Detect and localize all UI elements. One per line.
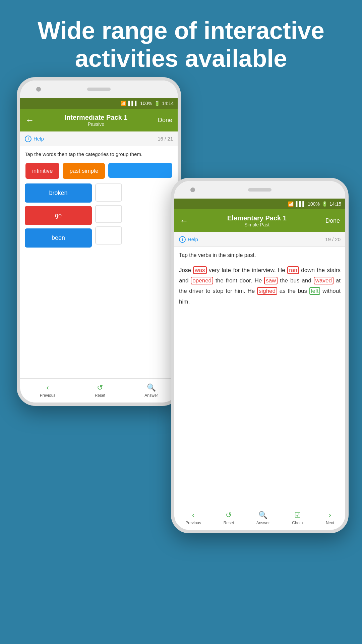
highlight-opened[interactable]: opened bbox=[191, 277, 213, 284]
phones-area: 📶 ▌▌▌ 100% 🔋 14:14 ← Intermediate Pack 1… bbox=[0, 74, 362, 637]
phone-1-previous-icon: ‹ bbox=[46, 383, 49, 392]
phone-1-cell-3 bbox=[95, 226, 122, 245]
phone-1-reset-icon: ↺ bbox=[97, 383, 103, 392]
phone-1-words-left: broken go been bbox=[25, 183, 92, 247]
highlight-waved[interactable]: waved bbox=[314, 277, 334, 284]
phone-1-category-infinitive[interactable]: infinitive bbox=[25, 163, 59, 179]
phone-2-back-button[interactable]: ← bbox=[180, 216, 188, 226]
phone-1-help-label: Help bbox=[34, 136, 44, 142]
phone-1-app-subtitle: Passive bbox=[88, 121, 104, 127]
phone-2-app-subtitle: Simple Past bbox=[244, 222, 269, 227]
phone-1-nav-reset[interactable]: ↺ Reset bbox=[95, 383, 105, 398]
phone-2-next-label: Next bbox=[326, 521, 334, 525]
phone-1-content: Tap the words then tap the categories to… bbox=[20, 146, 178, 252]
phone-2-nav-next[interactable]: › Next bbox=[326, 511, 334, 525]
phone-1-word-go[interactable]: go bbox=[25, 206, 92, 225]
phone-2-help-progress: 19 / 20 bbox=[325, 236, 341, 242]
phone-2-app-title: Elementary Pack 1 bbox=[227, 214, 287, 222]
phone-2-previous-icon: ‹ bbox=[192, 511, 194, 520]
phone-1-help-progress: 16 / 21 bbox=[158, 136, 173, 142]
phone-1-status-bar: 📶 ▌▌▌ 100% 🔋 14:14 bbox=[20, 98, 178, 109]
phone-1-cell-1 bbox=[95, 183, 122, 202]
phone-2-next-icon: › bbox=[329, 511, 331, 520]
phone-2-answer-label: Answer bbox=[256, 521, 270, 525]
phone-2-nav-check[interactable]: ☑ Check bbox=[292, 511, 303, 525]
phone-1-help-left[interactable]: i Help bbox=[25, 136, 44, 142]
phone-2-top-bar bbox=[174, 181, 345, 199]
phone-2-check-label: Check bbox=[292, 521, 303, 525]
phone-1-time: 14:14 bbox=[162, 101, 174, 106]
phone-2-answer-icon: 🔍 bbox=[258, 511, 267, 520]
phone-1-battery: 100% bbox=[140, 101, 152, 106]
phone-1-answer-label: Answer bbox=[144, 393, 158, 398]
phone-2-previous-label: Previous bbox=[185, 521, 201, 525]
phone-2-reset-label: Reset bbox=[224, 521, 234, 525]
phone-1-bottom-nav: ‹ Previous ↺ Reset 🔍 Answer bbox=[20, 378, 178, 402]
phone-1-speaker bbox=[87, 88, 111, 91]
phone-1-reset-label: Reset bbox=[95, 393, 105, 398]
phone-2-nav-answer[interactable]: 🔍 Answer bbox=[256, 511, 270, 525]
phone-2-signal-icon: ▌▌▌ bbox=[296, 201, 306, 207]
phone-1-category-past-simple[interactable]: past simple bbox=[63, 163, 105, 179]
phone-1-done-button[interactable]: Done bbox=[158, 117, 172, 124]
phone-2-instruction: Tap the verbs in the simple past. bbox=[179, 251, 341, 260]
phone-2-nav-previous[interactable]: ‹ Previous bbox=[185, 511, 201, 525]
phone-2-titles: Elementary Pack 1 Simple Past bbox=[192, 214, 321, 227]
phone-1-top-bar bbox=[20, 80, 178, 98]
highlight-ran[interactable]: ran bbox=[287, 266, 299, 274]
phone-1-app-bar: ← Intermediate Pack 1 Passive Done bbox=[20, 109, 178, 131]
phone-1-cell-2 bbox=[95, 205, 122, 223]
phone-2: 📶 ▌▌▌ 100% 🔋 14:15 ← Elementary Pack 1 S… bbox=[171, 178, 349, 533]
phone-2-check-icon: ☑ bbox=[294, 511, 301, 520]
phone-1-battery-icon: 🔋 bbox=[154, 101, 160, 106]
phone-2-bottom-nav: ‹ Previous ↺ Reset 🔍 Answer ☑ Check › bbox=[174, 506, 345, 530]
highlight-was[interactable]: was bbox=[193, 266, 206, 274]
phone-1-instruction: Tap the words then tap the categories to… bbox=[25, 150, 173, 158]
highlight-left[interactable]: left bbox=[309, 287, 320, 295]
phone-1-nav-answer[interactable]: 🔍 Answer bbox=[144, 383, 158, 398]
phone-1: 📶 ▌▌▌ 100% 🔋 14:14 ← Intermediate Pack 1… bbox=[17, 77, 181, 406]
phone-1-app-title: Intermediate Pack 1 bbox=[65, 114, 128, 121]
phone-2-camera bbox=[190, 187, 195, 192]
phone-2-wifi-icon: 📶 bbox=[288, 201, 294, 207]
phone-2-battery-icon: 🔋 bbox=[322, 201, 327, 207]
phone-1-back-button[interactable]: ← bbox=[25, 115, 34, 125]
phone-1-signal-icon: ▌▌▌ bbox=[128, 101, 138, 106]
phone-1-word-been[interactable]: been bbox=[25, 228, 92, 248]
phone-2-nav-reset[interactable]: ↺ Reset bbox=[224, 511, 234, 525]
phone-2-help-left[interactable]: i Help bbox=[179, 236, 198, 243]
highlight-sighed[interactable]: sighed bbox=[257, 287, 277, 295]
phone-2-done-button[interactable]: Done bbox=[325, 217, 340, 224]
phone-1-camera bbox=[36, 87, 41, 92]
phone-1-titles: Intermediate Pack 1 Passive bbox=[38, 114, 154, 127]
phone-1-wifi-icon: 📶 bbox=[120, 101, 126, 106]
phone-1-cells-right bbox=[95, 183, 122, 247]
phone-1-help-bar: i Help 16 / 21 bbox=[20, 131, 178, 146]
phone-1-word-broken[interactable]: broken bbox=[25, 183, 92, 203]
phone-1-categories: infinitive past simple bbox=[25, 163, 173, 179]
phone-1-nav-previous[interactable]: ‹ Previous bbox=[40, 383, 56, 398]
phone-2-reset-icon: ↺ bbox=[226, 511, 232, 520]
phone-1-previous-label: Previous bbox=[40, 393, 56, 398]
phone-2-battery: 100% bbox=[308, 201, 320, 207]
phone-2-status-bar: 📶 ▌▌▌ 100% 🔋 14:15 bbox=[174, 199, 345, 209]
phone-2-content: Tap the verbs in the simple past. Jose w… bbox=[174, 247, 345, 311]
phone-1-words: broken go been bbox=[25, 183, 173, 247]
highlight-saw[interactable]: saw bbox=[264, 277, 278, 284]
phone-2-help-label: Help bbox=[188, 236, 198, 242]
phone-1-help-icon: i bbox=[25, 136, 32, 142]
phone-1-answer-icon: 🔍 bbox=[147, 383, 156, 392]
hero-title: Wide range of interactive activities ava… bbox=[0, 0, 362, 83]
phone-1-category-3 bbox=[108, 163, 172, 178]
phone-2-passage: Jose was very late for the interview. He… bbox=[179, 265, 341, 307]
phone-2-help-bar: i Help 19 / 20 bbox=[174, 232, 345, 247]
phone-2-speaker bbox=[248, 188, 272, 192]
phone-2-time: 14:15 bbox=[329, 201, 341, 207]
phone-2-help-icon: i bbox=[179, 236, 186, 243]
phone-2-app-bar: ← Elementary Pack 1 Simple Past Done bbox=[174, 209, 345, 232]
